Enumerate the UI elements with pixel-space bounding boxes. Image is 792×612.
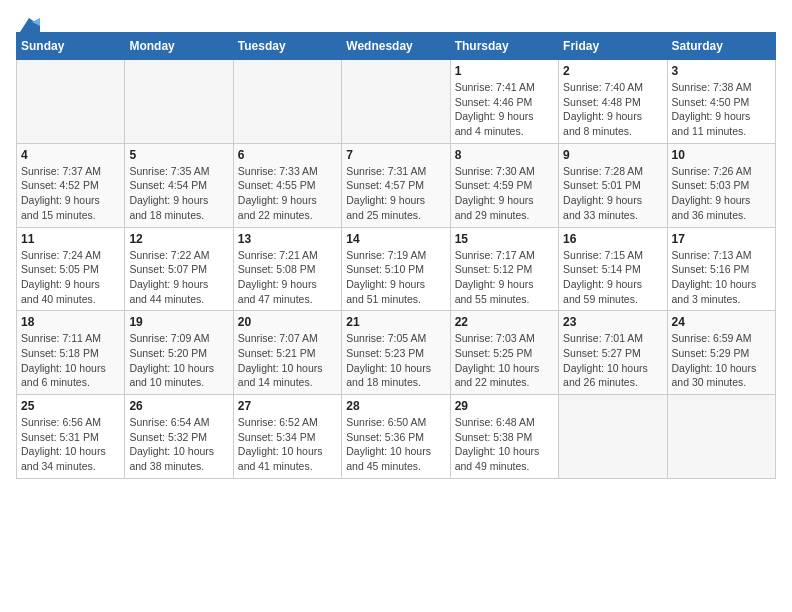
- day-info: Sunrise: 6:52 AM Sunset: 5:34 PM Dayligh…: [238, 415, 337, 474]
- day-info: Sunrise: 7:13 AM Sunset: 5:16 PM Dayligh…: [672, 248, 771, 307]
- day-number: 29: [455, 399, 554, 413]
- day-info: Sunrise: 6:59 AM Sunset: 5:29 PM Dayligh…: [672, 331, 771, 390]
- calendar-table: SundayMondayTuesdayWednesdayThursdayFrid…: [16, 32, 776, 479]
- calendar-cell: 24Sunrise: 6:59 AM Sunset: 5:29 PM Dayli…: [667, 311, 775, 395]
- logo-icon: [18, 16, 40, 34]
- calendar-cell: 16Sunrise: 7:15 AM Sunset: 5:14 PM Dayli…: [559, 227, 667, 311]
- calendar-cell: 27Sunrise: 6:52 AM Sunset: 5:34 PM Dayli…: [233, 395, 341, 479]
- calendar-header-cell: Friday: [559, 33, 667, 60]
- calendar-cell: [125, 60, 233, 144]
- calendar-header-cell: Wednesday: [342, 33, 450, 60]
- calendar-header-cell: Monday: [125, 33, 233, 60]
- day-number: 10: [672, 148, 771, 162]
- calendar-week-row: 11Sunrise: 7:24 AM Sunset: 5:05 PM Dayli…: [17, 227, 776, 311]
- day-info: Sunrise: 6:54 AM Sunset: 5:32 PM Dayligh…: [129, 415, 228, 474]
- day-number: 22: [455, 315, 554, 329]
- day-info: Sunrise: 7:21 AM Sunset: 5:08 PM Dayligh…: [238, 248, 337, 307]
- day-number: 26: [129, 399, 228, 413]
- day-number: 13: [238, 232, 337, 246]
- calendar-cell: [233, 60, 341, 144]
- day-info: Sunrise: 7:30 AM Sunset: 4:59 PM Dayligh…: [455, 164, 554, 223]
- day-number: 12: [129, 232, 228, 246]
- day-number: 8: [455, 148, 554, 162]
- day-number: 18: [21, 315, 120, 329]
- day-number: 2: [563, 64, 662, 78]
- day-info: Sunrise: 7:19 AM Sunset: 5:10 PM Dayligh…: [346, 248, 445, 307]
- day-number: 7: [346, 148, 445, 162]
- calendar-cell: 12Sunrise: 7:22 AM Sunset: 5:07 PM Dayli…: [125, 227, 233, 311]
- calendar-cell: [17, 60, 125, 144]
- calendar-cell: 14Sunrise: 7:19 AM Sunset: 5:10 PM Dayli…: [342, 227, 450, 311]
- day-info: Sunrise: 7:33 AM Sunset: 4:55 PM Dayligh…: [238, 164, 337, 223]
- day-info: Sunrise: 7:24 AM Sunset: 5:05 PM Dayligh…: [21, 248, 120, 307]
- calendar-cell: 7Sunrise: 7:31 AM Sunset: 4:57 PM Daylig…: [342, 143, 450, 227]
- day-info: Sunrise: 7:35 AM Sunset: 4:54 PM Dayligh…: [129, 164, 228, 223]
- day-info: Sunrise: 6:48 AM Sunset: 5:38 PM Dayligh…: [455, 415, 554, 474]
- calendar-cell: 18Sunrise: 7:11 AM Sunset: 5:18 PM Dayli…: [17, 311, 125, 395]
- day-info: Sunrise: 7:22 AM Sunset: 5:07 PM Dayligh…: [129, 248, 228, 307]
- calendar-cell: 8Sunrise: 7:30 AM Sunset: 4:59 PM Daylig…: [450, 143, 558, 227]
- day-number: 5: [129, 148, 228, 162]
- day-number: 25: [21, 399, 120, 413]
- calendar-cell: 17Sunrise: 7:13 AM Sunset: 5:16 PM Dayli…: [667, 227, 775, 311]
- logo: [16, 16, 40, 28]
- calendar-cell: 20Sunrise: 7:07 AM Sunset: 5:21 PM Dayli…: [233, 311, 341, 395]
- calendar-cell: 21Sunrise: 7:05 AM Sunset: 5:23 PM Dayli…: [342, 311, 450, 395]
- day-number: 27: [238, 399, 337, 413]
- day-info: Sunrise: 7:07 AM Sunset: 5:21 PM Dayligh…: [238, 331, 337, 390]
- day-number: 6: [238, 148, 337, 162]
- calendar-cell: 1Sunrise: 7:41 AM Sunset: 4:46 PM Daylig…: [450, 60, 558, 144]
- header: [16, 16, 776, 28]
- day-info: Sunrise: 7:38 AM Sunset: 4:50 PM Dayligh…: [672, 80, 771, 139]
- day-number: 23: [563, 315, 662, 329]
- day-number: 28: [346, 399, 445, 413]
- calendar-header-cell: Thursday: [450, 33, 558, 60]
- calendar-week-row: 25Sunrise: 6:56 AM Sunset: 5:31 PM Dayli…: [17, 395, 776, 479]
- day-info: Sunrise: 7:15 AM Sunset: 5:14 PM Dayligh…: [563, 248, 662, 307]
- calendar-cell: 22Sunrise: 7:03 AM Sunset: 5:25 PM Dayli…: [450, 311, 558, 395]
- calendar-cell: 5Sunrise: 7:35 AM Sunset: 4:54 PM Daylig…: [125, 143, 233, 227]
- calendar-cell: 9Sunrise: 7:28 AM Sunset: 5:01 PM Daylig…: [559, 143, 667, 227]
- day-info: Sunrise: 7:31 AM Sunset: 4:57 PM Dayligh…: [346, 164, 445, 223]
- calendar-header-row: SundayMondayTuesdayWednesdayThursdayFrid…: [17, 33, 776, 60]
- day-number: 15: [455, 232, 554, 246]
- calendar-header-cell: Saturday: [667, 33, 775, 60]
- day-info: Sunrise: 7:37 AM Sunset: 4:52 PM Dayligh…: [21, 164, 120, 223]
- calendar-week-row: 4Sunrise: 7:37 AM Sunset: 4:52 PM Daylig…: [17, 143, 776, 227]
- calendar-cell: [559, 395, 667, 479]
- calendar-cell: 3Sunrise: 7:38 AM Sunset: 4:50 PM Daylig…: [667, 60, 775, 144]
- calendar-header-cell: Tuesday: [233, 33, 341, 60]
- calendar-cell: 6Sunrise: 7:33 AM Sunset: 4:55 PM Daylig…: [233, 143, 341, 227]
- day-info: Sunrise: 7:28 AM Sunset: 5:01 PM Dayligh…: [563, 164, 662, 223]
- day-number: 3: [672, 64, 771, 78]
- day-number: 1: [455, 64, 554, 78]
- calendar-cell: 19Sunrise: 7:09 AM Sunset: 5:20 PM Dayli…: [125, 311, 233, 395]
- day-number: 19: [129, 315, 228, 329]
- calendar-cell: 29Sunrise: 6:48 AM Sunset: 5:38 PM Dayli…: [450, 395, 558, 479]
- day-number: 21: [346, 315, 445, 329]
- day-info: Sunrise: 7:05 AM Sunset: 5:23 PM Dayligh…: [346, 331, 445, 390]
- day-number: 4: [21, 148, 120, 162]
- day-info: Sunrise: 6:50 AM Sunset: 5:36 PM Dayligh…: [346, 415, 445, 474]
- calendar-cell: 28Sunrise: 6:50 AM Sunset: 5:36 PM Dayli…: [342, 395, 450, 479]
- calendar-cell: 2Sunrise: 7:40 AM Sunset: 4:48 PM Daylig…: [559, 60, 667, 144]
- day-number: 20: [238, 315, 337, 329]
- day-info: Sunrise: 7:01 AM Sunset: 5:27 PM Dayligh…: [563, 331, 662, 390]
- day-info: Sunrise: 7:40 AM Sunset: 4:48 PM Dayligh…: [563, 80, 662, 139]
- day-number: 24: [672, 315, 771, 329]
- day-number: 17: [672, 232, 771, 246]
- calendar-cell: 10Sunrise: 7:26 AM Sunset: 5:03 PM Dayli…: [667, 143, 775, 227]
- calendar-cell: [667, 395, 775, 479]
- calendar-header-cell: Sunday: [17, 33, 125, 60]
- calendar-week-row: 1Sunrise: 7:41 AM Sunset: 4:46 PM Daylig…: [17, 60, 776, 144]
- day-info: Sunrise: 7:26 AM Sunset: 5:03 PM Dayligh…: [672, 164, 771, 223]
- day-number: 11: [21, 232, 120, 246]
- day-info: Sunrise: 7:17 AM Sunset: 5:12 PM Dayligh…: [455, 248, 554, 307]
- day-info: Sunrise: 7:03 AM Sunset: 5:25 PM Dayligh…: [455, 331, 554, 390]
- calendar-cell: 25Sunrise: 6:56 AM Sunset: 5:31 PM Dayli…: [17, 395, 125, 479]
- calendar-cell: 15Sunrise: 7:17 AM Sunset: 5:12 PM Dayli…: [450, 227, 558, 311]
- day-number: 14: [346, 232, 445, 246]
- calendar-cell: 23Sunrise: 7:01 AM Sunset: 5:27 PM Dayli…: [559, 311, 667, 395]
- day-info: Sunrise: 7:41 AM Sunset: 4:46 PM Dayligh…: [455, 80, 554, 139]
- calendar-body: 1Sunrise: 7:41 AM Sunset: 4:46 PM Daylig…: [17, 60, 776, 479]
